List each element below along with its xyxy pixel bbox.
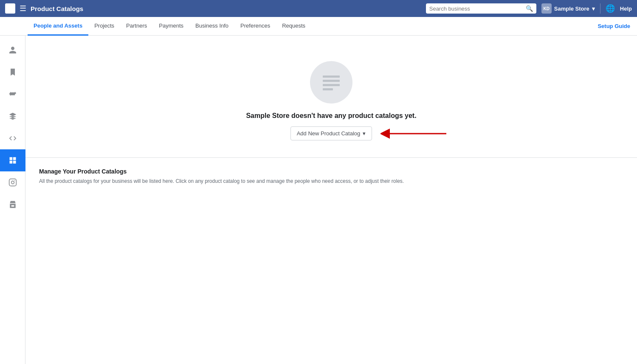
- main-content: Sample Store doesn't have any product ca…: [25, 36, 637, 364]
- tab-business-info[interactable]: Business Info: [189, 17, 234, 36]
- tab-payments[interactable]: Payments: [153, 17, 189, 36]
- arrow-annotation: [381, 125, 448, 142]
- sidebar: [0, 36, 25, 364]
- sidebar-item-ads[interactable]: [0, 83, 25, 105]
- svg-rect-0: [9, 179, 16, 186]
- sidebar-item-pixels[interactable]: [0, 105, 25, 127]
- sidebar-item-shop[interactable]: [0, 193, 25, 216]
- manage-section: Manage Your Product Catalogs All the pro…: [25, 158, 637, 195]
- tab-people-and-assets[interactable]: People and Assets: [28, 17, 88, 36]
- svg-point-2: [14, 180, 15, 181]
- divider: [600, 3, 600, 14]
- svg-point-1: [11, 181, 14, 184]
- subnav: People and Assets Projects Partners Paym…: [0, 17, 637, 36]
- sidebar-item-code[interactable]: [0, 127, 25, 149]
- add-new-product-catalog-button[interactable]: Add New Product Catalog ▾: [290, 126, 372, 140]
- manage-description: All the product catalogs for your busine…: [39, 177, 623, 185]
- search-bar: 🔍: [426, 3, 536, 14]
- globe-icon[interactable]: 🌐: [606, 4, 615, 13]
- empty-state-message: Sample Store doesn't have any product ca…: [246, 112, 416, 120]
- search-input[interactable]: [429, 6, 526, 12]
- svg-rect-3: [323, 76, 340, 78]
- sidebar-item-people[interactable]: [0, 39, 25, 61]
- setup-guide-link[interactable]: Setup Guide: [598, 23, 630, 29]
- main-layout: Sample Store doesn't have any product ca…: [0, 36, 637, 364]
- chevron-down-icon: ▾: [592, 6, 595, 12]
- account-name: Sample Store: [554, 6, 589, 12]
- add-catalog-label: Add New Product Catalog: [297, 130, 361, 137]
- add-catalog-wrapper: Add New Product Catalog ▾: [290, 126, 372, 140]
- search-icon[interactable]: 🔍: [526, 5, 533, 12]
- svg-rect-5: [323, 84, 340, 86]
- empty-state: Sample Store doesn't have any product ca…: [25, 36, 637, 158]
- dropdown-arrow-icon: ▾: [363, 130, 366, 137]
- tab-requests[interactable]: Requests: [276, 17, 311, 36]
- tab-projects[interactable]: Projects: [88, 17, 120, 36]
- topbar-right: KD Sample Store ▾ 🌐 Help: [541, 3, 632, 14]
- tab-preferences[interactable]: Preferences: [234, 17, 276, 36]
- facebook-logo[interactable]: [5, 3, 15, 14]
- empty-state-icon: [310, 61, 352, 104]
- page-title: Product Catalogs: [31, 5, 426, 12]
- account-switcher[interactable]: KD Sample Store ▾: [541, 3, 595, 14]
- avatar: KD: [541, 3, 552, 14]
- sidebar-item-instagram[interactable]: [0, 171, 25, 193]
- svg-rect-4: [323, 80, 340, 82]
- tab-partners[interactable]: Partners: [120, 17, 153, 36]
- help-link[interactable]: Help: [620, 6, 632, 12]
- svg-rect-6: [323, 88, 333, 90]
- sidebar-item-catalogs[interactable]: [0, 149, 25, 171]
- sidebar-item-flag[interactable]: [0, 61, 25, 83]
- manage-title: Manage Your Product Catalogs: [39, 168, 623, 175]
- menu-icon[interactable]: ☰: [20, 4, 26, 13]
- topbar: ☰ Product Catalogs 🔍 KD Sample Store ▾ 🌐…: [0, 0, 637, 17]
